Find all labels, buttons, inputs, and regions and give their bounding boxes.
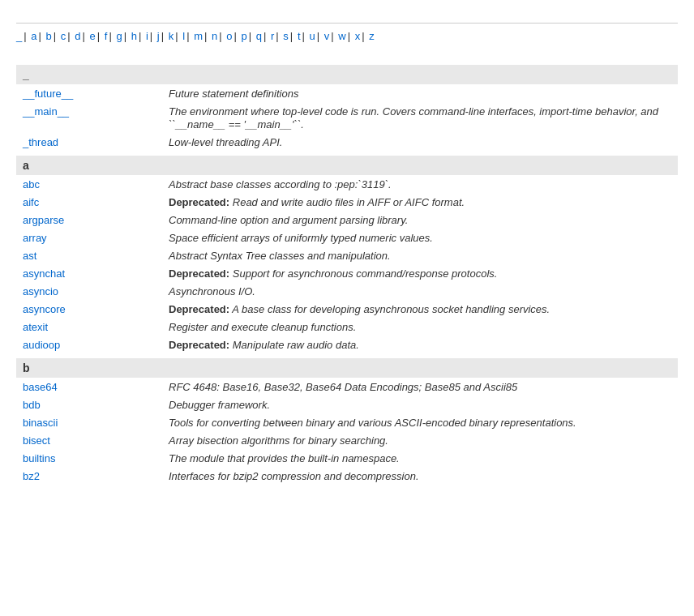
list-item: asyncoreDeprecated: A base class for dev… — [16, 300, 678, 318]
alpha-link-p[interactable]: p — [242, 30, 247, 42]
alpha-link-v[interactable]: v — [324, 30, 330, 42]
alpha-link-x[interactable]: x — [355, 30, 361, 42]
module-link-_thread[interactable]: _thread — [23, 136, 58, 148]
module-link-asyncore[interactable]: asyncore — [23, 303, 66, 315]
list-item: bz2Interfaces for bzip2 compression and … — [16, 467, 678, 485]
alpha-link-b[interactable]: b — [46, 30, 52, 42]
section-header-row: b — [16, 358, 678, 378]
module-link-builtins[interactable]: builtins — [23, 452, 55, 464]
module-link-aifc[interactable]: aifc — [23, 196, 39, 208]
alpha-link-z[interactable]: z — [369, 30, 375, 42]
section-header-row: a — [16, 156, 678, 175]
list-item: base64RFC 4648: Base16, Base32, Base64 D… — [16, 378, 678, 396]
list-item: bdbDebugger framework. — [16, 396, 678, 413]
module-description: Debugger framework. — [162, 396, 678, 413]
module-link-__main__[interactable]: __main__ — [23, 105, 69, 118]
alpha-link-d[interactable]: d — [75, 30, 80, 42]
list-item: arraySpace efficient arrays of uniformly… — [16, 229, 678, 246]
list-item: binasciiTools for converting between bin… — [16, 413, 678, 431]
module-description: Deprecated: A base class for developing … — [162, 300, 678, 318]
alpha-link-m[interactable]: m — [194, 30, 203, 42]
alpha-link-underscore[interactable]: _ — [16, 30, 22, 42]
alpha-link-w[interactable]: w — [338, 30, 345, 42]
list-item: builtinsThe module that provides the bui… — [16, 449, 678, 467]
module-description: The module that provides the built-in na… — [162, 449, 678, 467]
module-link-bdb[interactable]: bdb — [23, 399, 41, 411]
module-description: The environment where top-level code is … — [162, 102, 678, 133]
module-description: Low-level threading API. — [162, 133, 678, 151]
list-item: __future__Future statement definitions — [16, 84, 678, 102]
list-item: audioopDeprecated: Manipulate raw audio … — [16, 336, 678, 353]
list-item: aifcDeprecated: Read and write audio fil… — [16, 193, 678, 211]
module-description: Future statement definitions — [162, 84, 678, 102]
alpha-link-l[interactable]: l — [182, 30, 185, 42]
module-description: Interfaces for bzip2 compression and dec… — [162, 467, 678, 485]
module-link-base64[interactable]: base64 — [23, 381, 58, 393]
module-description: Space efficient arrays of uniformly type… — [162, 229, 678, 246]
module-link-asynchat[interactable]: asynchat — [23, 267, 65, 280]
alpha-link-a[interactable]: a — [31, 30, 36, 42]
alpha-link-e[interactable]: e — [90, 30, 96, 42]
module-description: Array bisection algorithms for binary se… — [162, 431, 678, 449]
module-link-ast[interactable]: ast — [23, 250, 36, 262]
alpha-link-s[interactable]: s — [283, 30, 289, 42]
module-link-__future__[interactable]: __future__ — [23, 88, 73, 100]
alpha-link-r[interactable]: r — [271, 30, 274, 42]
section-header-label: a — [16, 156, 678, 175]
module-description: Abstract base classes according to :pep:… — [162, 175, 678, 193]
section-header-label: _ — [16, 65, 678, 84]
alpha-navigation: _| a| b| c| d| e| f| g| h| i| j| k| l| m… — [16, 23, 678, 52]
alpha-link-u[interactable]: u — [310, 30, 315, 42]
list-item: __main__The environment where top-level … — [16, 102, 678, 133]
alpha-link-o[interactable]: o — [226, 30, 232, 42]
module-link-argparse[interactable]: argparse — [23, 214, 64, 226]
module-description: Register and execute cleanup functions. — [162, 318, 678, 336]
module-description: Command-line option and argument parsing… — [162, 211, 678, 229]
section-header-label: b — [16, 358, 678, 378]
list-item: asynchatDeprecated: Support for asynchro… — [16, 264, 678, 282]
alpha-link-n[interactable]: n — [212, 30, 217, 42]
module-description: Deprecated: Read and write audio files i… — [162, 193, 678, 211]
module-description: RFC 4648: Base16, Base32, Base64 Data En… — [162, 378, 678, 396]
list-item: _threadLow-level threading API. — [16, 133, 678, 151]
alpha-link-q[interactable]: q — [256, 30, 262, 42]
module-description: Deprecated: Support for asynchronous com… — [162, 264, 678, 282]
alpha-link-f[interactable]: f — [105, 30, 108, 42]
module-link-abc[interactable]: abc — [23, 178, 40, 190]
module-link-array[interactable]: array — [23, 232, 47, 244]
module-link-binascii[interactable]: binascii — [23, 417, 58, 429]
module-description: Deprecated: Manipulate raw audio data. — [162, 336, 678, 353]
list-item: atexitRegister and execute cleanup funct… — [16, 318, 678, 336]
module-description: Abstract Syntax Tree classes and manipul… — [162, 246, 678, 264]
alpha-link-i[interactable]: i — [146, 30, 148, 42]
list-item: asyncioAsynchronous I/O. — [16, 282, 678, 300]
module-description: Asynchronous I/O. — [162, 282, 678, 300]
module-link-bz2[interactable]: bz2 — [23, 470, 40, 482]
alpha-link-h[interactable]: h — [131, 30, 137, 42]
module-link-atexit[interactable]: atexit — [23, 321, 48, 333]
section-header-row: _ — [16, 65, 678, 84]
module-link-bisect[interactable]: bisect — [23, 434, 50, 447]
module-link-asyncio[interactable]: asyncio — [23, 285, 58, 297]
module-table: ___future__Future statement definitions_… — [16, 65, 678, 485]
list-item: argparseCommand-line option and argument… — [16, 211, 678, 229]
module-link-audioop[interactable]: audioop — [23, 339, 60, 351]
list-item: abcAbstract base classes according to :p… — [16, 175, 678, 193]
alpha-link-g[interactable]: g — [116, 30, 122, 42]
alpha-link-j[interactable]: j — [157, 30, 160, 42]
alpha-link-c[interactable]: c — [61, 30, 66, 42]
alpha-link-t[interactable]: t — [298, 30, 301, 42]
module-index-container: ___future__Future statement definitions_… — [16, 65, 678, 485]
module-description: Tools for converting between binary and … — [162, 413, 678, 431]
alpha-link-k[interactable]: k — [169, 30, 174, 42]
list-item: bisectArray bisection algorithms for bin… — [16, 431, 678, 449]
list-item: astAbstract Syntax Tree classes and mani… — [16, 246, 678, 264]
